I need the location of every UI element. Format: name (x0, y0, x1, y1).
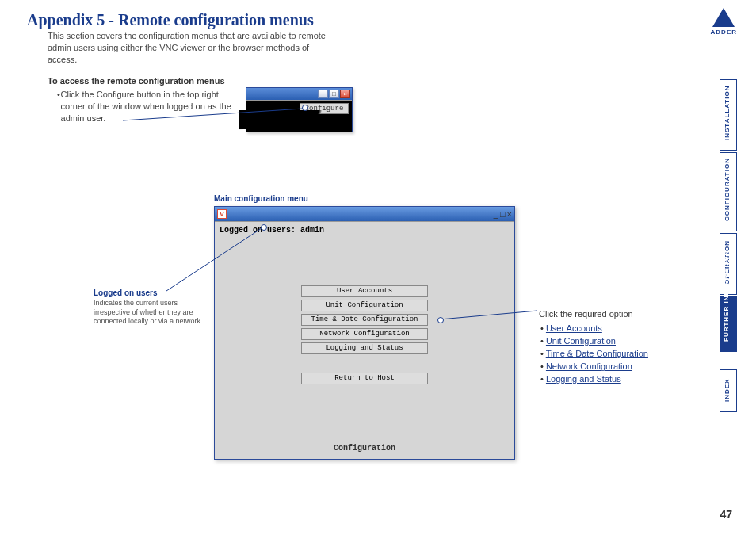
access-heading: To access the remote configuration menus (48, 76, 225, 86)
nav-index[interactable]: INDEX (720, 369, 737, 412)
main-config-menu-label: Main configuration menu (214, 194, 308, 203)
logo-text: ADDER (711, 29, 737, 36)
adder-logo: ADDER (711, 8, 737, 36)
side-nav: INSTALLATION CONFIGURATION OPERATION FUR… (720, 79, 737, 412)
access-steps: •Click the Configure button in the top r… (57, 89, 231, 124)
minimize-icon[interactable]: _ (494, 209, 498, 219)
configure-button[interactable]: Configure (300, 103, 349, 114)
titlebar: _ □ × (246, 88, 352, 100)
minimize-icon[interactable]: _ (318, 90, 328, 98)
link-time-date-configuration[interactable]: Time & Date Configuration (546, 349, 648, 358)
access-step-1: Click the Configure button in the top ri… (61, 89, 231, 124)
logged-on-users-annotation-text: Indicates the current users irrespective… (94, 299, 204, 327)
network-configuration-button[interactable]: Network Configuration (301, 328, 428, 340)
time-date-configuration-button[interactable]: Time & Date Configuration (301, 314, 428, 326)
close-icon[interactable]: × (507, 209, 512, 219)
intro-text: This section covers the configuration me… (48, 30, 341, 66)
link-network-configuration[interactable]: Network Configuration (546, 361, 632, 371)
logged-on-users-annotation-title: Logged on users (94, 289, 204, 297)
nav-further-information[interactable]: FURTHER INFORMATION (720, 296, 737, 352)
page-number: 47 (720, 508, 732, 521)
user-accounts-button[interactable]: User Accounts (301, 285, 428, 297)
link-user-accounts[interactable]: User Accounts (546, 323, 602, 333)
main-config-window: V _ □ × Logged on users: admin User Acco… (214, 206, 515, 460)
vnc-icon: V (217, 209, 227, 219)
link-unit-configuration[interactable]: Unit Configuration (546, 336, 616, 346)
return-to-host-button[interactable]: Return to Host (301, 373, 428, 384)
configure-window: _ □ × Configure (246, 87, 353, 132)
logging-status-button[interactable]: Logging and Status (301, 342, 428, 354)
page-title: Appendix 5 - Remote configuration menus (27, 11, 314, 29)
maximize-icon[interactable]: □ (329, 90, 339, 98)
titlebar: V _ □ × (215, 207, 514, 221)
option-links-lead: Click the required option (539, 309, 697, 319)
nav-configuration[interactable]: CONFIGURATION (720, 152, 737, 231)
unit-configuration-button[interactable]: Unit Configuration (301, 300, 428, 311)
maximize-icon[interactable]: □ (500, 209, 506, 219)
logged-on-users-text: Logged on users: admin (220, 226, 324, 235)
nav-installation[interactable]: INSTALLATION (720, 79, 737, 151)
link-logging-status[interactable]: Logging and Status (546, 374, 621, 384)
logo-triangle-icon (712, 8, 735, 27)
close-icon[interactable]: × (340, 90, 350, 98)
window-footer-label: Configuration (334, 444, 395, 453)
option-links-annotation: Click the required option User Accounts … (539, 309, 697, 387)
